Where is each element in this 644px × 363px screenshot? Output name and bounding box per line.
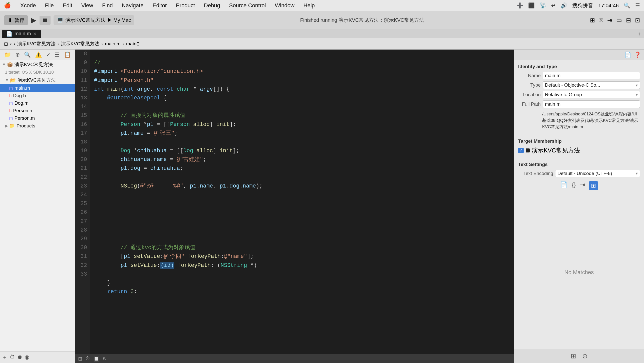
menu-edit[interactable]: Edit bbox=[61, 2, 74, 9]
breadcrumb-forward[interactable]: › bbox=[14, 41, 15, 47]
layout-assistant-icon[interactable]: ⊡ bbox=[635, 17, 640, 24]
back-icon[interactable]: ↩ bbox=[551, 3, 556, 9]
sidebar-folder-icon[interactable]: 📁 bbox=[4, 52, 11, 58]
identity-section: Identity and Type Name main.m Type Defau… bbox=[514, 60, 644, 135]
breadcrumb-item-4[interactable]: main() bbox=[126, 41, 140, 47]
pause-button[interactable]: ⏸ 暂停 bbox=[4, 15, 28, 25]
sidebar-report-icon[interactable]: 📋 bbox=[64, 52, 71, 58]
text-format-file-icon[interactable]: 📄 bbox=[560, 181, 568, 190]
history-icon[interactable]: ◉ bbox=[25, 354, 29, 360]
no-matches-area: No Matches bbox=[514, 196, 644, 349]
plus-icon[interactable]: ➕ bbox=[517, 3, 523, 9]
file-dog-m: Dog.m bbox=[15, 100, 29, 106]
breadcrumb-back[interactable]: ‹ bbox=[10, 41, 12, 47]
tab-main-m[interactable]: 📄 main.m ✕ bbox=[2, 30, 41, 38]
arrow-right-icon: ▶ bbox=[5, 123, 8, 128]
sidebar-content: ▼ 📦 演示KVC常见方法 1 target, OS X SDK 10.10 ▼… bbox=[0, 60, 75, 351]
search-icon[interactable]: 🔍 bbox=[624, 3, 630, 9]
menu-view[interactable]: View bbox=[80, 2, 95, 9]
sort-icon[interactable]: ⏺ bbox=[17, 354, 23, 360]
project-name: 演示KVC常见方法 bbox=[15, 61, 53, 68]
screen-record-icon[interactable]: ⬛ bbox=[528, 3, 535, 9]
menu-navigate[interactable]: Navigate bbox=[120, 2, 145, 9]
file-inspector-icon[interactable]: 📄 bbox=[624, 52, 631, 58]
layout-single-icon[interactable]: ▭ bbox=[616, 17, 622, 24]
sidebar-item-target[interactable]: 1 target, OS X SDK 10.10 bbox=[0, 69, 75, 76]
help-inspector-icon[interactable]: ❓ bbox=[634, 52, 641, 58]
add-tab-button[interactable]: ＋ bbox=[636, 30, 642, 38]
sidebar-item-dog-h[interactable]: h Dog.h bbox=[0, 92, 75, 99]
menu-file[interactable]: File bbox=[43, 2, 55, 9]
sidebar-git-icon[interactable]: ⊕ bbox=[15, 52, 20, 58]
volume-icon[interactable]: 🔊 bbox=[561, 3, 567, 9]
refresh-icon[interactable]: ↻ bbox=[103, 356, 107, 362]
main-layout: 📁 ⊕ 🔍 ⚠️ ✓ ☰ 📋 ▼ 📦 演示KVC常见方法 1 target, O… bbox=[0, 50, 644, 363]
control-strip-icon[interactable]: ☰ bbox=[635, 3, 640, 9]
menu-help[interactable]: Help bbox=[302, 2, 316, 9]
file-main-m: main.m bbox=[15, 85, 30, 91]
device-icon: 🖥️ bbox=[57, 17, 63, 23]
sidebar-item-dog-m[interactable]: m Dog.m bbox=[0, 99, 75, 107]
type-row: Type Default - Objective-C So... ▾ bbox=[518, 81, 640, 89]
status-label: Finished running 演示KVC常见方法：演示KVC常见方法 bbox=[137, 17, 587, 24]
text-format-indent-icon[interactable]: ⇥ bbox=[580, 181, 585, 190]
airplay-icon[interactable]: 📡 bbox=[540, 3, 546, 9]
identity-title: Identity and Type bbox=[518, 64, 640, 69]
sidebar-debug-icon[interactable]: ☰ bbox=[55, 52, 60, 58]
text-format-braces-icon[interactable]: {} bbox=[572, 181, 576, 190]
menu-editor[interactable]: Editor bbox=[151, 2, 168, 9]
sidebar-item-person-h[interactable]: h Person.h bbox=[0, 107, 75, 114]
clock-icon[interactable]: ⏱ bbox=[85, 356, 90, 361]
sidebar-item-products[interactable]: ▶ 📁 Products bbox=[0, 122, 75, 130]
sidebar-item-main-m[interactable]: m main.m bbox=[0, 84, 75, 92]
menu-find[interactable]: Find bbox=[101, 2, 114, 9]
menu-product[interactable]: Product bbox=[174, 2, 196, 9]
breadcrumb-item-3[interactable]: main.m bbox=[105, 41, 120, 47]
name-input[interactable]: main.m bbox=[543, 72, 640, 79]
sidebar-item-person-m[interactable]: m Person.m bbox=[0, 114, 75, 122]
grid-view-icon[interactable]: ⊞ bbox=[78, 356, 82, 362]
sidebar-test-icon[interactable]: ✓ bbox=[46, 52, 51, 58]
layout-split-icon[interactable]: ⊟ bbox=[626, 17, 631, 24]
path-row: Full Path main.m bbox=[518, 100, 640, 108]
add-file-button[interactable]: ＋ bbox=[2, 353, 8, 361]
target-name: 演示KVC常见方法 bbox=[532, 146, 580, 154]
editor-area[interactable]: 8 9 10 11 12 13 14 15 16 17 18 19 20 21 … bbox=[75, 50, 514, 363]
tab-close-button[interactable]: ✕ bbox=[33, 31, 37, 37]
breakpoint-icon[interactable]: ⧖ bbox=[599, 17, 603, 24]
breadcrumb-item-2[interactable]: 演示KVC常见方法 bbox=[61, 41, 99, 47]
menu-window[interactable]: Window bbox=[273, 2, 296, 9]
sidebar-item-project[interactable]: ▼ 📦 演示KVC常见方法 bbox=[0, 60, 75, 69]
type-select[interactable]: Default - Objective-C So... ▾ bbox=[543, 81, 640, 89]
grid-icon[interactable]: ⊞ bbox=[4, 41, 8, 47]
sidebar-search-icon[interactable]: 🔍 bbox=[24, 52, 31, 58]
filter-icon[interactable]: ⏱ bbox=[10, 354, 15, 360]
code-editor[interactable]: // #import <Foundation/Foundation.h> #im… bbox=[90, 50, 514, 354]
sidebar-warning-icon[interactable]: ⚠️ bbox=[35, 52, 42, 58]
menu-debug[interactable]: Debug bbox=[202, 2, 222, 9]
text-settings-icons: 📄 {} ⇥ ⊞ bbox=[518, 179, 640, 192]
menu-xcode[interactable]: Xcode bbox=[19, 2, 37, 9]
right-bottom-grid-icon[interactable]: ⊞ bbox=[571, 352, 576, 360]
target-color-square bbox=[526, 148, 530, 152]
apple-menu-icon[interactable]: 🍎 bbox=[4, 2, 11, 9]
right-bottom-zoom-icon[interactable]: ⊙ bbox=[582, 352, 588, 360]
encoding-select[interactable]: Default - Unicode (UTF-8) ▾ bbox=[555, 170, 640, 177]
scheme-icon[interactable]: ⊞ bbox=[590, 17, 595, 24]
menubar: 🍎 Xcode File Edit View Find Navigate Edi… bbox=[0, 0, 644, 11]
breadcrumb-item-1[interactable]: 演示KVC常见方法 bbox=[17, 41, 56, 47]
top-section: 📄 main.m ✕ ＋ ⊞ ‹ › 演示KVC常见方法 › 演示KVC常见方法… bbox=[0, 29, 644, 50]
sidebar-item-group[interactable]: ▼ 📂 演示KVC常见方法 bbox=[0, 76, 75, 84]
target-checkbox[interactable]: ✓ bbox=[518, 148, 524, 153]
menu-source-control[interactable]: Source Control bbox=[228, 2, 267, 9]
input-method[interactable]: 搜狗拼音 bbox=[572, 2, 593, 9]
zoom-icon[interactable]: 🔲 bbox=[93, 356, 100, 362]
device-selector[interactable]: 🖥️ 演示KVC常见方法 ▶ My Mac bbox=[54, 15, 134, 25]
text-format-grid-icon[interactable]: ⊞ bbox=[589, 181, 598, 190]
device-label: 演示KVC常见方法 ▶ My Mac bbox=[65, 17, 131, 24]
location-select[interactable]: Relative to Group ▾ bbox=[543, 91, 640, 98]
stop-button[interactable]: ⏹ bbox=[40, 16, 51, 25]
stepover-icon[interactable]: ⇥ bbox=[607, 17, 612, 24]
run-button[interactable]: ▶ bbox=[31, 16, 37, 24]
target-membership[interactable]: ✓ 演示KVC常见方法 bbox=[518, 146, 640, 154]
